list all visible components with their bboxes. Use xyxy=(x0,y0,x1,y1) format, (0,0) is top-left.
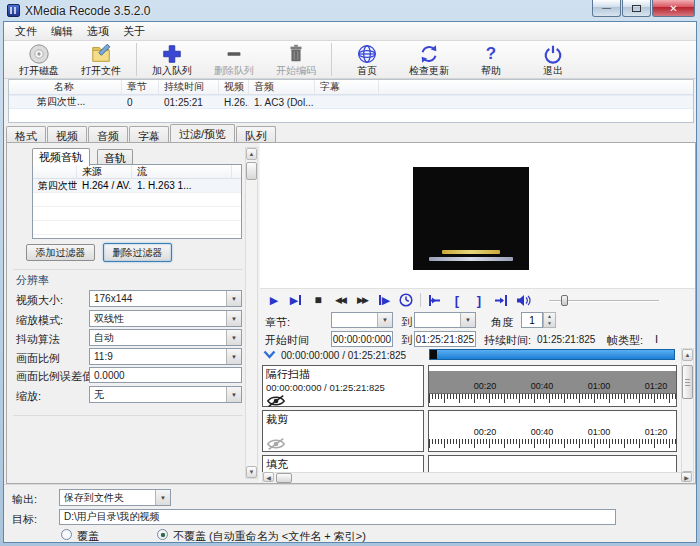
open-file-button[interactable]: 打开文件 xyxy=(70,41,132,78)
rewind-button[interactable]: ◀◀ xyxy=(329,292,351,308)
remove-filter-button[interactable]: 删除过滤器 xyxy=(103,243,172,262)
speaker-button[interactable] xyxy=(512,292,534,308)
track-ruler[interactable]: 00:20 00:40 01:00 01:20 xyxy=(428,410,677,452)
scrollbar-thumb[interactable] xyxy=(276,473,292,483)
file-row[interactable]: 第四次世... 0 01:25:21 H.26... 1. AC3 (Dol..… xyxy=(9,95,693,109)
scroll-up-icon[interactable]: ▲ xyxy=(682,349,693,361)
video-frame[interactable] xyxy=(413,167,529,270)
angle-stepper[interactable]: ▲▼ xyxy=(543,312,556,328)
video-size-select[interactable]: 176x144 ▼ xyxy=(89,290,242,307)
start-time-input[interactable]: 00:00:00:000 xyxy=(331,331,393,347)
col-source[interactable]: 来源 xyxy=(77,165,132,178)
chapter-from-select[interactable]: ▼ xyxy=(331,312,393,328)
scroll-right-icon[interactable]: ▶ xyxy=(681,472,692,482)
output-mode-select[interactable]: 保存到文件夹 ▼ xyxy=(59,489,171,506)
start-encode-button[interactable]: 开始编码 xyxy=(265,41,327,78)
volume-slider-handle[interactable] xyxy=(561,295,568,306)
add-queue-button[interactable]: 加入队列 xyxy=(141,41,203,78)
toolbar: 打开磁盘 打开文件 加入队列 删除队列 xyxy=(4,41,696,79)
eye-visible-icon[interactable] xyxy=(266,394,286,408)
exit-button[interactable]: 退出 xyxy=(522,41,584,78)
menu-edit[interactable]: 编辑 xyxy=(44,22,80,41)
tick-ruler xyxy=(429,439,676,448)
step-down-icon[interactable]: ▼ xyxy=(547,320,552,327)
disc-icon xyxy=(28,43,50,65)
timeline-horizontal-scrollbar[interactable]: ◀ ▶ xyxy=(262,472,694,484)
aspect-label: 画面比例 xyxy=(16,351,60,366)
check-update-button[interactable]: 检查更新 xyxy=(398,41,460,78)
help-button[interactable]: ? 帮助 xyxy=(460,41,522,78)
subtab-video-track[interactable]: 视频音轨 xyxy=(32,148,90,166)
tab-subtitle[interactable]: 字幕 xyxy=(129,126,169,142)
minimize-button[interactable]: — xyxy=(592,0,621,17)
no-overwrite-radio[interactable] xyxy=(157,529,168,540)
eye-hidden-icon[interactable] xyxy=(266,437,286,451)
col-duration[interactable]: 持续时间 xyxy=(159,80,219,94)
stream-row[interactable]: 第四次世界... H.264 / AV... 1. H.263 1... xyxy=(33,179,241,193)
open-disc-button[interactable]: 打开磁盘 xyxy=(8,41,70,78)
tick-ruler xyxy=(429,394,676,403)
stop-button[interactable]: ■ xyxy=(307,292,329,308)
add-filter-button[interactable]: 添加过滤器 xyxy=(26,244,95,261)
next-frame-button[interactable]: ▶ xyxy=(285,292,307,308)
overwrite-radio[interactable] xyxy=(61,529,72,540)
target-path-input[interactable]: D:\用户目录\我的视频 xyxy=(59,509,616,525)
col-audio[interactable]: 音频 xyxy=(249,80,315,94)
scrollbar-thumb[interactable] xyxy=(682,365,693,399)
scroll-down-icon[interactable]: ▼ xyxy=(246,466,257,478)
track-ruler[interactable]: 00:20 00:40 01:00 01:20 xyxy=(428,365,677,407)
col-video[interactable]: 视频 xyxy=(219,80,249,94)
timeline-vertical-scrollbar[interactable]: ▲ ▼ xyxy=(681,348,694,484)
tab-format[interactable]: 格式 xyxy=(6,126,46,142)
chapter-label: 章节: xyxy=(265,315,290,330)
step-forward-button[interactable]: ▶ xyxy=(373,292,395,308)
filter-panel-scrollbar[interactable]: ▲ ▼ xyxy=(245,147,258,479)
tab-filter-preview[interactable]: 过滤/预览 xyxy=(170,124,235,142)
col-chapter[interactable]: 章节 xyxy=(122,80,159,94)
aspect-select[interactable]: 11:9 ▼ xyxy=(89,348,242,365)
no-overwrite-radio-label[interactable]: 不覆盖 (自动重命名为 <文件名 + 索引>) xyxy=(173,529,366,544)
menu-file[interactable]: 文件 xyxy=(8,22,44,41)
angle-input[interactable]: 1 xyxy=(521,312,543,328)
mark-start-button[interactable] xyxy=(424,292,446,308)
step-up-icon[interactable]: ▲ xyxy=(547,313,552,320)
tab-video[interactable]: 视频 xyxy=(47,126,87,142)
dither-select[interactable]: 自动 ▼ xyxy=(89,329,242,346)
playhead-marker[interactable] xyxy=(430,350,437,359)
zoom-select[interactable]: 无 ▼ xyxy=(89,386,242,403)
col-name[interactable]: 名称 xyxy=(9,80,122,94)
set-start-marker-button[interactable]: [ xyxy=(446,292,468,308)
maximize-button[interactable] xyxy=(622,0,651,17)
menu-options[interactable]: 选项 xyxy=(80,22,116,41)
close-button[interactable]: ✕ xyxy=(652,0,695,17)
expander-chevron-icon[interactable] xyxy=(263,350,276,359)
chapter-to-select[interactable]: ▼ xyxy=(414,312,476,328)
dither-label: 抖动算法 xyxy=(16,332,60,347)
aspect-error-input[interactable]: 0.0000 xyxy=(89,367,242,383)
file-list-header: 名称 章节 持续时间 视频 音频 字幕 xyxy=(9,80,693,95)
seek-bar[interactable] xyxy=(429,349,675,360)
scale-mode-select[interactable]: 双线性 ▼ xyxy=(89,310,242,327)
set-end-marker-button[interactable]: ] xyxy=(468,292,490,308)
clock-button[interactable] xyxy=(395,292,417,308)
remove-queue-button[interactable]: 删除队列 xyxy=(203,41,265,78)
col-stream[interactable]: 流 xyxy=(132,165,232,178)
volume-slider[interactable] xyxy=(549,297,659,305)
homepage-button[interactable]: 首页 xyxy=(336,41,398,78)
tab-queue[interactable]: 队列 xyxy=(236,126,276,142)
jump-end-button[interactable] xyxy=(490,292,512,308)
fast-forward-button[interactable]: ▶▶ xyxy=(351,292,373,308)
scroll-up-icon[interactable]: ▲ xyxy=(246,148,257,160)
col-subtitle[interactable]: 字幕 xyxy=(315,80,379,94)
scroll-left-icon[interactable]: ◀ xyxy=(263,472,274,482)
scale-mode-label: 缩放模式: xyxy=(16,313,63,328)
scrollbar-thumb[interactable] xyxy=(246,162,257,180)
overwrite-radio-label[interactable]: 覆盖 xyxy=(77,529,99,544)
video-size-label: 视频大小: xyxy=(16,293,63,308)
track-time-range: 00:00:00:000 / 01:25:21:825 xyxy=(266,382,420,393)
menu-about[interactable]: 关于 xyxy=(116,22,152,41)
play-button[interactable]: ▶ xyxy=(263,292,285,308)
main-tabs: 格式 视频 音频 字幕 过滤/预览 队列 xyxy=(6,125,277,142)
tab-audio[interactable]: 音频 xyxy=(88,126,128,142)
end-time-input[interactable]: 01:25:21:825 xyxy=(414,331,476,347)
